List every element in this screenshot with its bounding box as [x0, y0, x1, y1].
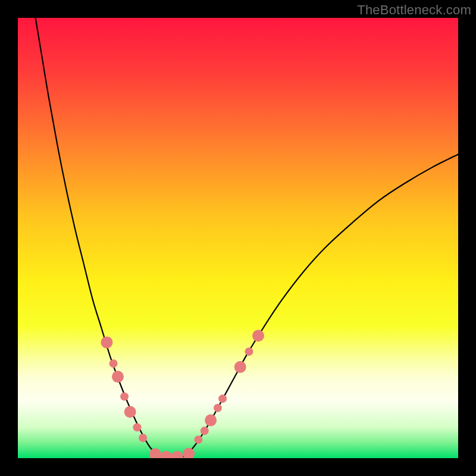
curve-layer	[18, 18, 458, 458]
data-marker	[124, 406, 136, 418]
watermark-text: TheBottleneck.com	[357, 2, 471, 18]
data-marker	[171, 451, 183, 458]
plot-area	[18, 18, 458, 458]
bottleneck-curve	[36, 18, 458, 458]
data-marker	[214, 404, 222, 412]
data-marker	[133, 423, 142, 431]
data-marker	[112, 371, 124, 383]
chart-frame: TheBottleneck.com	[0, 0, 476, 476]
data-marker	[101, 336, 112, 348]
data-marker	[120, 392, 129, 400]
data-marker	[205, 414, 217, 426]
data-marker	[149, 448, 161, 458]
data-marker	[201, 427, 209, 435]
data-marker	[160, 451, 172, 458]
data-marker	[139, 434, 147, 442]
data-marker	[234, 361, 246, 373]
data-marker	[194, 436, 202, 444]
data-marker	[109, 359, 118, 368]
data-marker	[183, 448, 195, 458]
data-marker	[252, 330, 264, 342]
data-marker	[245, 347, 253, 356]
data-marker	[218, 394, 227, 403]
